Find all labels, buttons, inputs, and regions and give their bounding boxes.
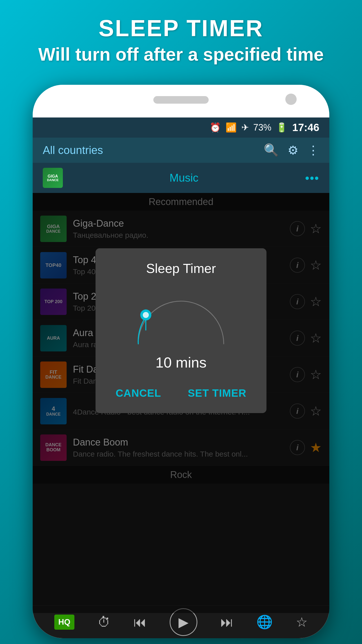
header-title: SLEEP TIMER xyxy=(38,15,324,42)
arc-slider-container[interactable] xyxy=(131,286,231,349)
now-playing-thumb: GIGA DANCE xyxy=(43,168,63,188)
airplane-icon: ✈ xyxy=(241,122,249,133)
alarm-icon: ⏰ xyxy=(210,122,221,133)
phone-top xyxy=(33,85,329,115)
wifi-icon: 📶 xyxy=(225,122,237,133)
toolbar-icons: 🔍 ⚙ ⋮ xyxy=(264,143,319,157)
phone-speaker xyxy=(153,96,209,104)
cancel-button[interactable]: CANCEL xyxy=(111,383,166,403)
app-toolbar: All countries 🔍 ⚙ ⋮ xyxy=(33,138,329,163)
sleep-timer-dialog: Sleep Timer xyxy=(96,248,266,413)
header-section: SLEEP TIMER Will turn off after a specif… xyxy=(38,15,324,65)
status-icons: ⏰ 📶 ✈ 73% 🔋 xyxy=(210,122,287,133)
filter-icon[interactable]: ⚙ xyxy=(288,143,298,157)
battery-icon: 🔋 xyxy=(276,122,287,133)
battery-percent: 73% xyxy=(253,122,272,133)
content-area: Recommended GIGA DANCE Giga-Dance Танцев… xyxy=(33,193,329,613)
svg-point-1 xyxy=(143,312,149,318)
toolbar-title: All countries xyxy=(43,144,103,156)
dialog-title: Sleep Timer xyxy=(146,261,216,276)
set-timer-button[interactable]: SET TIMER xyxy=(183,383,251,403)
timer-value: 10 mins xyxy=(155,354,206,371)
now-playing-more-btn[interactable]: ••• xyxy=(305,171,319,185)
header-subtitle: Will turn off after a specified time xyxy=(38,44,324,65)
more-options-icon[interactable]: ⋮ xyxy=(307,143,319,157)
phone-frame: ⏰ 📶 ✈ 73% 🔋 17:46 All countries 🔍 ⚙ ⋮ GI… xyxy=(33,85,329,638)
status-bar: ⏰ 📶 ✈ 73% 🔋 17:46 xyxy=(33,117,329,138)
now-playing-bar: GIGA DANCE Music ••• xyxy=(33,163,329,193)
dialog-buttons: CANCEL SET TIMER xyxy=(106,383,256,403)
now-playing-label: Music xyxy=(70,172,298,184)
phone-screen: ⏰ 📶 ✈ 73% 🔋 17:46 All countries 🔍 ⚙ ⋮ GI… xyxy=(33,117,329,613)
giga-logo: GIGA DANCE xyxy=(43,168,63,188)
phone-camera xyxy=(285,94,297,105)
dialog-overlay: Sleep Timer xyxy=(33,193,329,613)
search-icon[interactable]: 🔍 xyxy=(264,143,279,157)
status-time: 17:46 xyxy=(292,122,319,134)
